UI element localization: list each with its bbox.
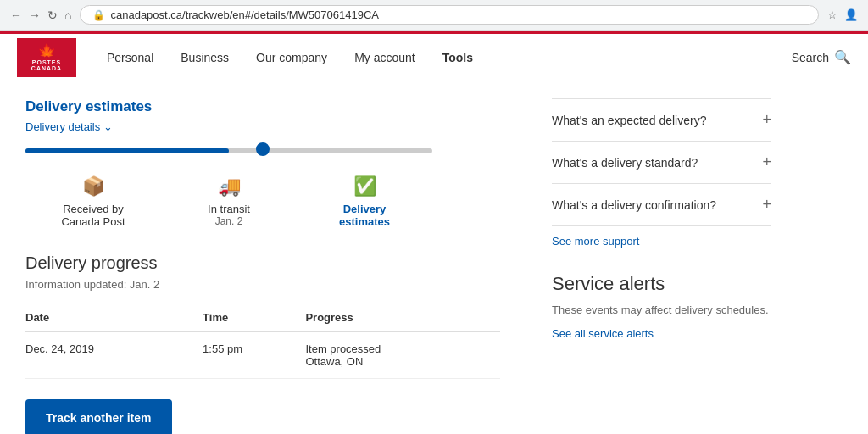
tracking-steps: 📦 Received byCanada Post 🚚 In transit Ja…: [25, 175, 432, 228]
progress-line2: Ottawa, ON: [305, 355, 363, 368]
faq-question-1: What's an expected delivery?: [552, 114, 762, 127]
reload-icon[interactable]: ↻: [47, 8, 58, 22]
step-received-label: Received byCanada Post: [61, 203, 125, 228]
progress-dot: [256, 142, 270, 156]
faq-item-1[interactable]: What's an expected delivery? +: [552, 98, 771, 142]
browser-nav-icons: ← → ↻ ⌂: [10, 8, 71, 22]
faq-item-2[interactable]: What's a delivery standard? +: [552, 142, 771, 184]
nav-item-tools[interactable]: Tools: [429, 34, 487, 81]
profile-icon[interactable]: 👤: [844, 8, 858, 21]
updated-text: Information updated: Jan. 2: [25, 278, 500, 291]
step-transit-label: In transit: [208, 203, 250, 215]
step-received: 📦 Received byCanada Post: [25, 175, 161, 228]
nav-item-our-company[interactable]: Our company: [242, 34, 341, 81]
delivery-estimates-title: Delivery estimates: [25, 98, 500, 115]
progress-track: [25, 148, 432, 153]
logo-postes-text: POSTES: [32, 59, 61, 65]
progress-fill: [25, 148, 229, 153]
expand-icon-2: +: [762, 153, 771, 171]
home-icon[interactable]: ⌂: [64, 8, 71, 22]
lock-icon: 🔒: [92, 9, 105, 21]
table-row: Dec. 24, 2019 1:55 pm Item processed Ott…: [25, 331, 500, 379]
step-in-transit: 🚚 In transit Jan. 2: [161, 175, 297, 227]
main-container: Delivery estimates Delivery details ⌄ 📦 …: [0, 81, 868, 434]
address-bar[interactable]: 🔒 canadapost.ca/trackweb/en#/details/MW5…: [80, 5, 819, 25]
search-button[interactable]: Search 🔍: [792, 49, 851, 65]
see-all-service-alerts-link[interactable]: See all service alerts: [552, 327, 654, 340]
search-icon: 🔍: [834, 49, 851, 65]
cell-date: Dec. 24, 2019: [25, 331, 203, 379]
col-date: Date: [25, 304, 203, 331]
expand-icon-3: +: [762, 196, 771, 214]
chevron-down-icon: ⌄: [103, 120, 113, 133]
expand-icon-1: +: [762, 111, 771, 129]
track-another-button[interactable]: Track another item: [25, 399, 172, 434]
nav-item-business[interactable]: Business: [167, 34, 242, 81]
nav-menu: Personal Business Our company My account…: [93, 34, 792, 81]
back-icon[interactable]: ←: [10, 8, 22, 22]
nav-item-my-account[interactable]: My account: [341, 34, 429, 81]
delivery-check-icon: ✅: [353, 175, 376, 198]
delivery-details-link[interactable]: Delivery details ⌄: [25, 120, 500, 133]
delivery-progress-title: Delivery progress: [25, 253, 500, 273]
step-delivery-estimates: ✅ Deliveryestimates: [297, 175, 432, 228]
cell-time: 1:55 pm: [203, 331, 305, 379]
delivery-table: Date Time Progress Dec. 24, 2019 1:55 pm…: [25, 304, 500, 379]
service-alerts-title: Service alerts: [552, 273, 771, 295]
cell-progress: Item processed Ottawa, ON: [305, 331, 500, 379]
search-label: Search: [792, 51, 829, 64]
step-delivery-label: Deliveryestimates: [339, 203, 390, 228]
canada-post-logo[interactable]: 🍁 POSTES CANADA: [17, 38, 76, 77]
col-progress: Progress: [305, 304, 500, 331]
step-transit-date: Jan. 2: [215, 215, 243, 227]
transit-icon: 🚚: [218, 175, 241, 198]
faq-item-3[interactable]: What's a delivery confirmation? +: [552, 184, 771, 226]
forward-icon[interactable]: →: [29, 8, 41, 22]
service-alerts-description: These events may affect delivery schedul…: [552, 303, 771, 316]
main-nav: 🍁 POSTES CANADA Personal Business Our co…: [0, 34, 868, 81]
see-more-support-link[interactable]: See more support: [552, 235, 771, 248]
progress-bar: [25, 147, 500, 155]
browser-action-icons: ☆ 👤: [827, 8, 858, 21]
progress-line1: Item processed: [305, 342, 381, 355]
faq-question-3: What's a delivery confirmation?: [552, 198, 762, 212]
right-panel: What's an expected delivery? + What's a …: [526, 81, 797, 434]
browser-bar: ← → ↻ ⌂ 🔒 canadapost.ca/trackweb/en#/det…: [0, 0, 868, 31]
url-text: canadapost.ca/trackweb/en#/details/MW507…: [110, 8, 806, 21]
bookmark-icon[interactable]: ☆: [827, 8, 837, 21]
left-panel: Delivery estimates Delivery details ⌄ 📦 …: [0, 81, 526, 434]
received-icon: 📦: [82, 175, 105, 198]
nav-item-personal[interactable]: Personal: [93, 34, 167, 81]
delivery-details-text: Delivery details: [25, 120, 100, 133]
col-time: Time: [203, 304, 305, 331]
faq-question-2: What's a delivery standard?: [552, 156, 762, 170]
logo-maple-leaf: 🍁: [37, 44, 56, 59]
logo-canada-text: CANADA: [31, 65, 62, 71]
